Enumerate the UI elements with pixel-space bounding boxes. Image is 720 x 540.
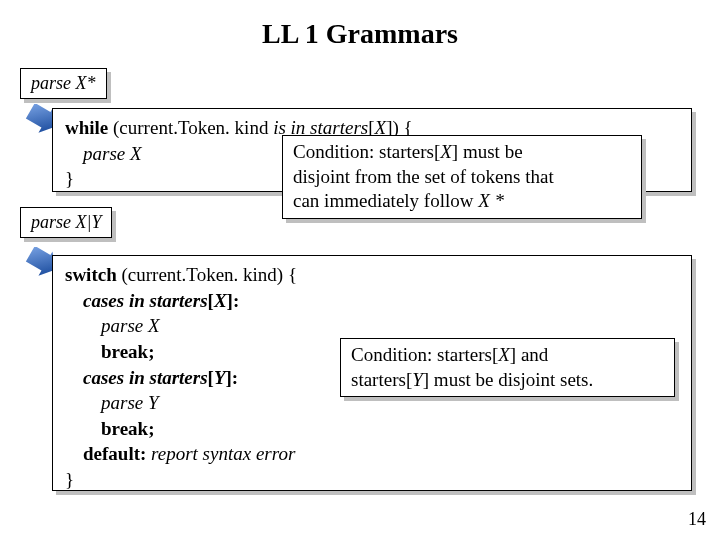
text: report syntax error <box>151 443 295 464</box>
text: Y <box>214 367 226 388</box>
text: Y <box>412 369 423 390</box>
text: starters <box>437 344 492 365</box>
kw-while: while <box>65 117 108 138</box>
page-title: LL 1 Grammars <box>0 0 720 58</box>
text: must be <box>463 141 523 162</box>
text: Condition: <box>293 141 379 162</box>
note-line: Condition: starters[X] and <box>351 343 664 368</box>
label-parse-x-or-y-text: parse X|Y <box>31 212 101 232</box>
text: ] <box>423 369 434 390</box>
text: Condition: <box>351 344 437 365</box>
text: ]: <box>227 290 240 311</box>
text: default: <box>83 443 151 464</box>
code-line: default: report syntax error <box>65 441 679 467</box>
note-line: disjoint from the set of tokens that <box>293 165 631 190</box>
page-number: 14 <box>688 509 706 530</box>
text: can immediately follow <box>293 190 478 211</box>
text: cases in starters <box>83 290 208 311</box>
label-parse-x-star-text: parse X* <box>31 73 96 93</box>
text: X * <box>478 190 504 211</box>
text: (current.Token. kind) { <box>117 264 297 285</box>
kw-switch: switch <box>65 264 117 285</box>
text: X <box>214 290 227 311</box>
code-line: switch (current.Token. kind) { <box>65 262 679 288</box>
text: cases in starters <box>83 367 208 388</box>
text: and <box>521 344 548 365</box>
text: ] <box>510 344 521 365</box>
text: ]: <box>226 367 239 388</box>
text: starters <box>351 369 406 390</box>
note-line: Condition: starters[X] must be <box>293 140 631 165</box>
label-parse-x-star: parse X* <box>20 68 107 99</box>
text: X <box>440 141 452 162</box>
note-condition-2: Condition: starters[X] and starters[Y] m… <box>340 338 675 397</box>
label-parse-x-or-y: parse X|Y <box>20 207 112 238</box>
text: must be disjoint sets. <box>434 369 593 390</box>
note-condition-1: Condition: starters[X] must be disjoint … <box>282 135 642 219</box>
code-line: cases in starters[X]: <box>65 288 679 314</box>
text: starters <box>379 141 434 162</box>
code-line: } <box>65 467 679 493</box>
text: (current.Token. kind <box>108 117 273 138</box>
code-line: parse X <box>65 313 679 339</box>
text: ] <box>452 141 463 162</box>
note-line: starters[Y] must be disjoint sets. <box>351 368 664 393</box>
note-line: can immediately follow X * <box>293 189 631 214</box>
code-line: break; <box>65 416 679 442</box>
text: X <box>498 344 510 365</box>
